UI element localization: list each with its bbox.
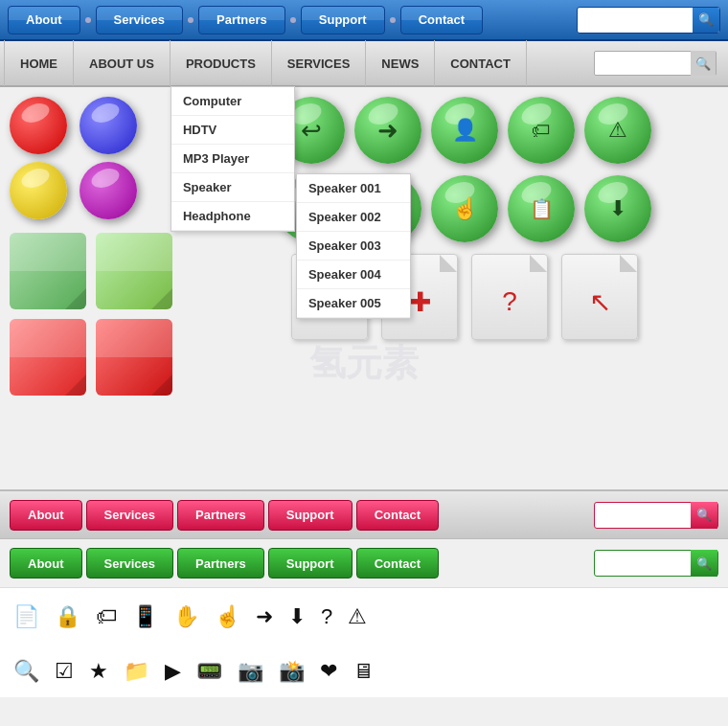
photo-icon: 📸: [279, 659, 305, 684]
nav-separator: [188, 17, 193, 23]
dropdown-computer[interactable]: Computer: [171, 87, 294, 116]
blue-nav-contact[interactable]: Contact: [400, 6, 483, 34]
sticky-green: [10, 233, 86, 309]
search-icon: 🔍: [13, 659, 39, 684]
ball-red: [10, 97, 67, 154]
gray-nav-services[interactable]: SERVICES: [272, 40, 367, 86]
green-nav-bar: About Services Partners Support Contact …: [0, 539, 728, 587]
nav-separator: [390, 17, 396, 23]
star-icon: ★: [89, 659, 108, 684]
cursor-icon: ↖: [589, 286, 611, 318]
gray-nav-search-button[interactable]: 🔍: [691, 51, 716, 76]
pink-nav-partners[interactable]: Partners: [177, 500, 264, 531]
ball-yellow: [10, 162, 67, 219]
sticky-red: [10, 319, 86, 396]
screen-icon: 🖥: [353, 659, 374, 684]
green-nav-about[interactable]: About: [10, 548, 82, 579]
green-ball-list[interactable]: 📋: [508, 175, 575, 242]
check-icon: ☑: [55, 659, 74, 684]
gray-nav-contact[interactable]: CONTACT: [435, 40, 527, 86]
gray-nav-products[interactable]: PRODUCTS Computer HDTV MP3 Player Speake…: [171, 40, 272, 86]
gray-nav-bar: HOME ABOUT US PRODUCTS Computer HDTV MP3…: [0, 41, 728, 87]
pink-nav-contact[interactable]: Contact: [356, 500, 439, 531]
plus-icon: ✚: [409, 286, 431, 318]
speaker-004[interactable]: Speaker 004: [297, 261, 410, 289]
doc-cursor[interactable]: ↖: [561, 254, 638, 340]
dropdown-mp3[interactable]: MP3 Player: [171, 145, 294, 173]
green-nav-search-box: 🔍: [594, 550, 718, 577]
play-icon: ▶: [165, 659, 181, 684]
green-nav-services[interactable]: Services: [86, 548, 174, 579]
green-nav-search-button[interactable]: 🔍: [691, 550, 717, 577]
sticky-green2: [96, 233, 172, 309]
sticky-red2: [96, 319, 172, 396]
pink-nav-search-input[interactable]: [595, 508, 691, 522]
blue-nav-search-button[interactable]: 🔍: [693, 7, 719, 34]
nav-separator: [290, 17, 296, 23]
green-nav-partners[interactable]: Partners: [177, 548, 264, 579]
ball-purple: [80, 162, 137, 219]
blue-nav-partners[interactable]: Partners: [198, 6, 285, 34]
blue-nav-support[interactable]: Support: [301, 6, 385, 34]
download-icon: ⬇: [288, 604, 306, 629]
green-ball-hand[interactable]: ☝: [431, 175, 498, 242]
green-nav-contact[interactable]: Contact: [356, 548, 439, 579]
pink-nav-support[interactable]: Support: [268, 500, 353, 531]
blue-nav-services[interactable]: Services: [96, 6, 184, 34]
gray-nav-search-input[interactable]: [595, 57, 691, 70]
speaker-001[interactable]: Speaker 001: [297, 174, 410, 203]
gray-nav-about-us[interactable]: ABOUT US: [74, 40, 171, 86]
dropdown-speaker[interactable]: Speaker Speaker 001 Speaker 002 Speaker …: [171, 173, 294, 202]
question-mark-icon: ?: [321, 604, 332, 629]
mobile-icon: 📱: [132, 604, 158, 629]
pink-nav-search-box: 🔍: [594, 502, 718, 529]
green-ball-user[interactable]: 👤: [431, 97, 498, 164]
gray-nav-news[interactable]: NEWS: [366, 40, 435, 86]
green-ball-tag[interactable]: 🏷: [508, 97, 575, 164]
pink-nav-bar: About Services Partners Support Contact …: [0, 489, 728, 539]
speaker-003[interactable]: Speaker 003: [297, 232, 410, 261]
blue-nav-bar: About Services Partners Support Contact …: [0, 0, 728, 41]
tag-icon: 🏷: [96, 604, 117, 629]
speaker-002[interactable]: Speaker 002: [297, 203, 410, 232]
products-dropdown: Computer HDTV MP3 Player Speaker Speaker…: [171, 86, 295, 232]
dropdown-headphone[interactable]: Headphone: [171, 202, 294, 231]
keypad-icon: 📟: [196, 659, 222, 684]
folder-icon: 📁: [124, 659, 149, 684]
pink-nav-services[interactable]: Services: [86, 500, 174, 531]
blue-nav-search-box: 🔍: [577, 7, 720, 34]
hand-icon: ✋: [173, 604, 199, 629]
camera-icon: 📷: [238, 659, 263, 684]
heart-icon: ❤: [320, 659, 337, 684]
green-nav-search-input[interactable]: [595, 556, 691, 571]
green-nav-support[interactable]: Support: [268, 548, 353, 579]
icon-row-2: 🔍 ☑ ★ 📁 ▶ 📟 📷 📸 ❤ 🖥: [0, 645, 728, 697]
sticky-notes-grid: [10, 233, 201, 396]
nav-separator: [85, 17, 91, 23]
doc-icon: 📄: [13, 604, 39, 629]
green-ball-forward[interactable]: ➜: [354, 97, 421, 164]
icon-row-1: 📄 🔒 🏷 📱 ✋ ☝ ➜ ⬇ ? ⚠: [0, 587, 728, 645]
blue-nav-search-input[interactable]: [578, 13, 693, 27]
dropdown-hdtv[interactable]: HDTV: [171, 116, 294, 145]
gray-nav-home[interactable]: HOME: [4, 40, 74, 86]
lock-icon: 🔒: [55, 604, 80, 629]
arrow-icon: ➜: [256, 604, 273, 629]
pink-nav-search-button[interactable]: 🔍: [691, 502, 717, 529]
gray-nav-search-box: 🔍: [594, 51, 717, 76]
blue-nav-about[interactable]: About: [8, 6, 80, 34]
point-icon: ☝: [215, 604, 240, 629]
speaker-submenu: Speaker 001 Speaker 002 Speaker 003 Spea…: [296, 173, 411, 319]
pink-nav-about[interactable]: About: [10, 500, 82, 531]
green-ball-warning[interactable]: ⚠: [584, 97, 651, 164]
speaker-005[interactable]: Speaker 005: [297, 289, 410, 318]
warning-icon: ⚠: [348, 604, 367, 629]
green-ball-download[interactable]: ⬇: [584, 175, 651, 242]
doc-icons-row: ℹ ✚ ? ↖: [211, 254, 718, 340]
question-icon: ?: [502, 286, 517, 317]
doc-question[interactable]: ?: [471, 254, 548, 340]
ball-blue: [80, 97, 137, 154]
